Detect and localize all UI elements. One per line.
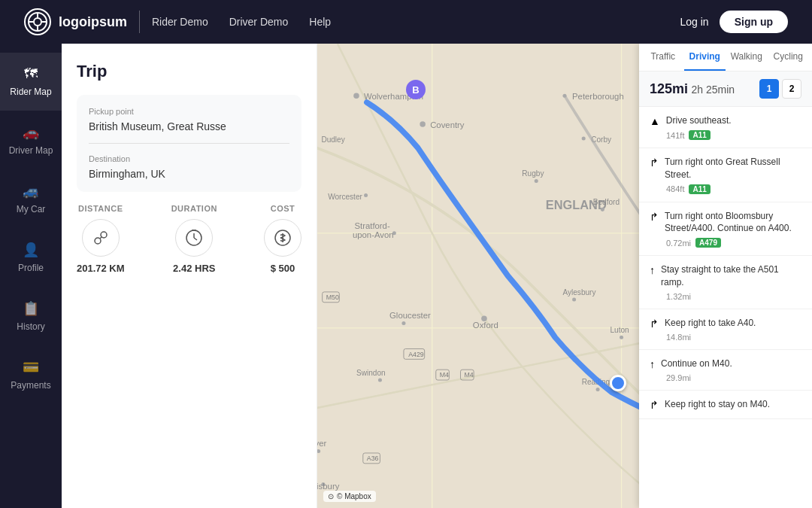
sidebar-item-driver-map[interactable]: 🚗 Driver Map [0, 111, 62, 169]
svg-text:Gloucester: Gloucester [389, 311, 431, 320]
sidebar-label-history: History [17, 321, 44, 332]
nav-rider-demo[interactable]: Rider Demo [152, 16, 208, 28]
step-2-icon: ↱ [650, 211, 659, 223]
directions-panel: Traffic Driving Walking Cycling 125mi 2h… [639, 44, 812, 508]
sidebar-item-history[interactable]: 📋 History [0, 287, 62, 345]
tab-walking[interactable]: Walking [726, 44, 768, 71]
sidebar-label-my-car: My Car [17, 204, 46, 214]
signup-button[interactable]: Sign up [720, 11, 788, 33]
sidebar-label-driver-map: Driver Map [9, 145, 53, 156]
svg-point-28 [582, 136, 586, 140]
destination-section: Destination Birmingham, UK [89, 154, 289, 180]
svg-line-11 [194, 238, 197, 240]
direction-step-6: ↱ Keep right to stay on M40. [639, 391, 812, 419]
svg-point-54 [378, 378, 382, 382]
tab-driving[interactable]: Driving [684, 44, 726, 71]
route-option-2[interactable]: 2 [782, 79, 801, 99]
svg-point-40 [401, 321, 405, 325]
directions-summary: 125mi 2h 25min 1 2 [639, 71, 812, 107]
logo[interactable]: logoipsum [24, 8, 127, 35]
step-2-badge: A479 [695, 238, 721, 248]
distance-icon [82, 219, 120, 257]
direction-step-2: ↱ Turn right onto Bloomsbury Street/A400… [639, 202, 812, 257]
step-1-icon: ↱ [650, 157, 659, 169]
step-5-icon: ↑ [650, 358, 655, 370]
nav-help[interactable]: Help [309, 16, 331, 28]
stats-row: DISTANCE 201.72 KM DURATION [77, 204, 301, 274]
top-navigation: logoipsum Rider Demo Driver Demo Help Lo… [0, 0, 812, 44]
svg-point-44 [572, 297, 576, 301]
distance-label: DISTANCE [78, 204, 123, 213]
sidebar-item-rider-map[interactable]: 🗺 Rider Map [0, 53, 62, 111]
step-0-text: Drive southeast. [666, 114, 732, 127]
svg-text:Luton: Luton [610, 326, 629, 334]
cost-icon [264, 219, 301, 257]
tab-traffic[interactable]: Traffic [642, 44, 684, 71]
trip-panel: Trip Pickup point British Museum, Great … [62, 44, 317, 508]
cost-label: COST [271, 204, 295, 213]
step-2-text: Turn right onto Bloomsbury Street/A400. … [665, 210, 801, 236]
directions-tabs: Traffic Driving Walking Cycling [639, 44, 812, 71]
logo-icon [24, 8, 51, 35]
step-3-icon: ↑ [650, 264, 655, 276]
pickup-value: British Museum, Great Russe [89, 120, 289, 132]
svg-text:Stratford-: Stratford- [354, 221, 389, 230]
mapbox-attribution: ⊙ © Mapbox [323, 491, 376, 502]
step-5-dist: 29.9mi [666, 373, 691, 382]
direction-step-4: ↱ Keep right to take A40. 14.8mi [639, 309, 812, 350]
step-3-dist: 1.32mi [666, 292, 691, 301]
step-0-badge: A11 [689, 130, 710, 140]
route-option-1[interactable]: 1 [759, 79, 779, 99]
stat-duration: DURATION 2.42 HRS [171, 204, 217, 274]
marker-b: B [406, 80, 426, 99]
svg-text:A429: A429 [408, 351, 424, 358]
sidebar-label-payments: Payments [11, 380, 50, 391]
svg-point-46 [620, 336, 623, 339]
svg-text:M4: M4 [440, 371, 449, 379]
direction-step-3: ↑ Stay straight to take the A501 ramp. 1… [639, 256, 812, 309]
distance-value: 201.72 KM [77, 263, 125, 274]
step-3-text: Stay straight to take the A501 ramp. [661, 263, 801, 289]
nav-divider [139, 11, 140, 33]
rider-map-icon: 🗺 [24, 66, 38, 82]
svg-text:Andover: Andover [317, 439, 327, 448]
step-4-text: Keep right to take A40. [665, 317, 756, 330]
trip-title: Trip [77, 62, 301, 81]
svg-text:Aylesbury: Aylesbury [562, 288, 596, 297]
login-button[interactable]: Log in [680, 16, 709, 28]
sidebar-item-my-car[interactable]: 🚙 My Car [0, 169, 62, 228]
step-2-dist: 0.72mi [666, 239, 691, 248]
nav-driver-demo[interactable]: Driver Demo [229, 16, 289, 28]
summary-distance: 125mi [650, 81, 688, 96]
duration-icon [175, 219, 213, 257]
svg-text:Oxford: Oxford [473, 321, 498, 330]
svg-point-38 [601, 208, 604, 211]
stat-distance: DISTANCE 201.72 KM [77, 204, 125, 274]
svg-point-24 [420, 121, 426, 127]
svg-text:Rugby: Rugby [522, 169, 544, 178]
svg-line-8 [100, 237, 102, 239]
auth-buttons: Log in Sign up [680, 11, 788, 33]
sidebar-label-profile: Profile [18, 263, 44, 273]
svg-text:M50: M50 [326, 294, 339, 301]
driver-map-icon: 🚗 [23, 124, 39, 141]
duration-label: DURATION [171, 204, 217, 213]
svg-text:Bedford: Bedford [593, 198, 620, 206]
step-6-icon: ↱ [650, 399, 659, 411]
step-5-text: Continue on M40. [661, 357, 732, 370]
map-area[interactable]: Wolverhampton Dudley Coventry Peterborou… [317, 44, 812, 508]
mapbox-logo: ⊙ [328, 492, 334, 500]
step-4-dist: 14.8mi [666, 333, 691, 342]
sidebar-item-profile[interactable]: 👤 Profile [0, 228, 62, 287]
step-0-dist: 141ft [666, 131, 684, 140]
svg-text:Coventry: Coventry [430, 120, 465, 129]
svg-text:Swindon: Swindon [356, 369, 386, 377]
direction-step-1: ↱ Turn right onto Great Russell Street. … [639, 148, 812, 202]
svg-text:Dudley: Dudley [321, 135, 345, 144]
tab-cycling[interactable]: Cycling [768, 44, 810, 71]
svg-point-35 [535, 179, 538, 183]
destination-label: Destination [89, 154, 289, 163]
sidebar-item-payments[interactable]: 💳 Payments [0, 345, 62, 404]
step-1-text: Turn right onto Great Russell Street. [665, 156, 801, 181]
directions-steps: ▲ Drive southeast. 141ft A11 ↱ Turn righ… [639, 107, 812, 508]
